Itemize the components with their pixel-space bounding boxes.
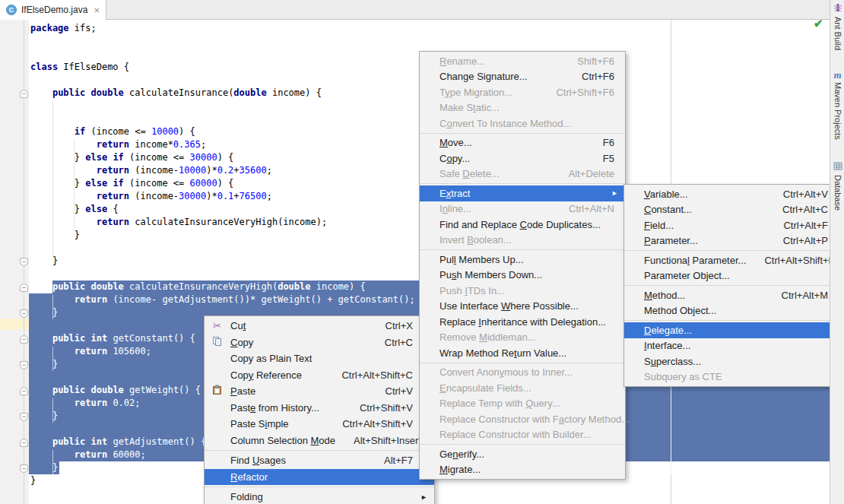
- inspection-ok-icon: ✔: [814, 17, 823, 30]
- stripe-button-ant-build[interactable]: Ant Build: [830, 3, 844, 50]
- menu-item-shortcut: Ctrl+Alt+Shift+C: [341, 369, 413, 381]
- menu-item-move[interactable]: Move...F6: [420, 135, 625, 151]
- fold-collapse-icon[interactable]: −: [20, 335, 28, 344]
- menu-item-label: Generify...: [439, 449, 614, 460]
- maven-icon: m: [833, 71, 841, 80]
- menu-item-variable[interactable]: Variable...Ctrl+Alt+V: [624, 186, 837, 202]
- menu-item-label: Copy as Plain Text: [230, 353, 413, 364]
- menu-separator: [420, 183, 625, 184]
- fold-end-icon[interactable]: −: [20, 361, 28, 369]
- menu-item-label: Replace Inheritance with Delegation...: [439, 316, 614, 328]
- menu-item-shortcut: Alt+F7: [384, 455, 413, 466]
- code-line: } else if (income <= 30000) {: [0, 151, 233, 164]
- menu-item-label: Folding: [230, 491, 413, 502]
- menu-item-shortcut: Alt+Delete: [569, 168, 614, 179]
- menu-item-parameter-object[interactable]: Parameter Object...: [624, 268, 837, 284]
- menu-item-copy-as-plain-text[interactable]: Copy as Plain Text: [205, 350, 434, 367]
- menu-item-rename: Rename...Shift+F6: [420, 53, 625, 69]
- menu-item-change-signature[interactable]: Change Signature...Ctrl+F6: [420, 69, 625, 85]
- menu-item-field[interactable]: Field...Ctrl+Alt+F: [624, 217, 837, 233]
- menu-item-shortcut: Ctrl+Alt+F: [783, 220, 828, 231]
- menu-item-push-members-down[interactable]: Push Members Down...: [420, 268, 625, 284]
- editor-tab-bar: C IfElseDemo.java ×: [0, 0, 830, 20]
- menu-item-replace-temp-with-query: Replace Temp with Query...: [420, 396, 625, 412]
- menu-item-label: Copy Reference: [230, 369, 323, 381]
- menu-item-label: Copy: [230, 337, 366, 348]
- menu-item-type-migration: Type Migration...Ctrl+Shift+F6: [420, 84, 625, 100]
- menu-item-copy[interactable]: Copy...F5: [420, 151, 625, 166]
- editor-gutter[interactable]: −−−−−−−−−−: [0, 20, 29, 504]
- menu-item-column-selection-mode[interactable]: Column Selection ModeAlt+Shift+Insert: [205, 433, 434, 449]
- copy-icon: [211, 336, 224, 349]
- tab-close-icon[interactable]: ×: [94, 5, 100, 15]
- menu-item-functional-parameter[interactable]: Functional Parameter...Ctrl+Alt+Shift+P: [624, 252, 837, 268]
- menu-item-shortcut: Ctrl+Alt+V: [783, 189, 828, 200]
- java-class-icon: C: [6, 5, 17, 15]
- menu-item-refactor[interactable]: Refactor►: [205, 469, 434, 486]
- code-line: public int getAdjustment() {: [0, 436, 206, 449]
- code-line: return (income-30000)*0.1+76500;: [0, 190, 272, 203]
- menu-item-copy[interactable]: CopyCtrl+C: [205, 334, 434, 351]
- menu-item-superclass[interactable]: Superclass...: [624, 353, 837, 369]
- menu-item-paste-simple[interactable]: Paste SimpleCtrl+Alt+Shift+V: [205, 416, 434, 433]
- editor-tab-ifelsedemo[interactable]: C IfElseDemo.java ×: [0, 0, 106, 20]
- menu-item-cut[interactable]: ✂CutCtrl+X: [205, 318, 434, 334]
- menu-item-label: Replace Temp with Query...: [439, 398, 614, 409]
- menu-item-shortcut: Ctrl+F6: [582, 71, 614, 82]
- menu-item-use-interface-where-possible[interactable]: Use Interface Where Possible...: [420, 299, 625, 315]
- menu-item-interface[interactable]: Interface...: [624, 338, 837, 354]
- menu-item-label: Column Selection Mode: [230, 435, 335, 446]
- menu-item-label: Move...: [439, 137, 585, 148]
- menu-separator: [205, 450, 434, 451]
- code-line: public double getWeight() {: [0, 384, 201, 397]
- menu-item-shortcut: Ctrl+Alt+M: [782, 290, 828, 301]
- menu-item-generify[interactable]: Generify...: [420, 446, 625, 462]
- menu-item-shortcut: Ctrl+Alt+P: [783, 235, 828, 246]
- menu-item-folding[interactable]: Folding►: [205, 489, 434, 504]
- menu-item-method[interactable]: Method...Ctrl+Alt+M: [624, 287, 837, 303]
- fold-end-icon[interactable]: −: [20, 413, 28, 421]
- menu-item-label: Parameter Object...: [644, 270, 828, 281]
- fold-end-icon[interactable]: −: [20, 309, 28, 318]
- menu-item-wrap-method-return-value[interactable]: Wrap Method Return Value...: [420, 345, 625, 361]
- menu-item-find-usages[interactable]: Find UsagesAlt+F7: [205, 452, 434, 469]
- fold-end-icon[interactable]: −: [20, 258, 28, 266]
- fold-collapse-icon[interactable]: −: [20, 90, 28, 98]
- fold-end-icon[interactable]: −: [20, 464, 28, 473]
- stripe-button-database[interactable]: Database: [830, 161, 844, 211]
- menu-item-migrate[interactable]: Migrate...: [420, 462, 625, 478]
- menu-item-label: Pull Members Up...: [439, 254, 614, 265]
- menu-item-shortcut: F6: [603, 137, 614, 148]
- menu-item-find-and-replace-code-duplicates[interactable]: Find and Replace Code Duplicates...: [420, 217, 625, 233]
- menu-item-label: Remove Middleman...: [439, 331, 614, 343]
- menu-item-label: Variable...: [644, 189, 765, 200]
- menu-item-copy-reference[interactable]: Copy ReferenceCtrl+Alt+Shift+C: [205, 367, 434, 384]
- menu-item-method-object[interactable]: Method Object...: [624, 303, 837, 319]
- code-line: public double calculateInsurance(double …: [0, 87, 322, 100]
- menu-item-paste-from-history[interactable]: Paste from History...Ctrl+Shift+V: [205, 400, 434, 417]
- menu-item-delegate[interactable]: Delegate...: [624, 322, 837, 338]
- menu-item-pull-members-up[interactable]: Pull Members Up...: [420, 252, 625, 268]
- menu-item-label: Find Usages: [230, 455, 366, 466]
- menu-item-parameter[interactable]: Parameter...Ctrl+Alt+P: [624, 233, 837, 249]
- menu-item-label: Method...: [644, 290, 763, 301]
- submenu-arrow-icon: ►: [611, 189, 618, 197]
- menu-item-extract[interactable]: Extract►: [420, 185, 625, 201]
- menu-item-label: Safe Delete...: [439, 168, 551, 179]
- fold-collapse-icon[interactable]: −: [20, 284, 28, 292]
- refactor-submenu: Rename...Shift+F6Change Signature...Ctrl…: [419, 51, 626, 480]
- fold-collapse-icon[interactable]: −: [20, 439, 28, 447]
- tab-title: IfElseDemo.java: [21, 5, 87, 15]
- stripe-button-maven-projects[interactable]: m Maven Projects: [830, 71, 844, 140]
- fold-collapse-icon[interactable]: −: [20, 387, 28, 395]
- menu-item-label: Extract: [439, 188, 614, 199]
- menu-item-replace-inheritance-with-delegation[interactable]: Replace Inheritance with Delegation...: [420, 314, 625, 330]
- menu-item-label: Migrate...: [439, 464, 614, 475]
- menu-item-label: Replace Constructor with Builder...: [439, 429, 614, 440]
- menu-item-constant[interactable]: Constant...Ctrl+Alt+C: [624, 202, 837, 218]
- code-line: return (income-10000)*0.2+35600;: [0, 164, 272, 177]
- menu-separator: [624, 250, 837, 251]
- menu-item-paste[interactable]: PasteCtrl+V: [205, 383, 434, 400]
- menu-item-label: Convert Anonymous to Inner...: [439, 366, 614, 378]
- menu-item-subquery-as-cte: Subquery as CTE: [624, 369, 837, 385]
